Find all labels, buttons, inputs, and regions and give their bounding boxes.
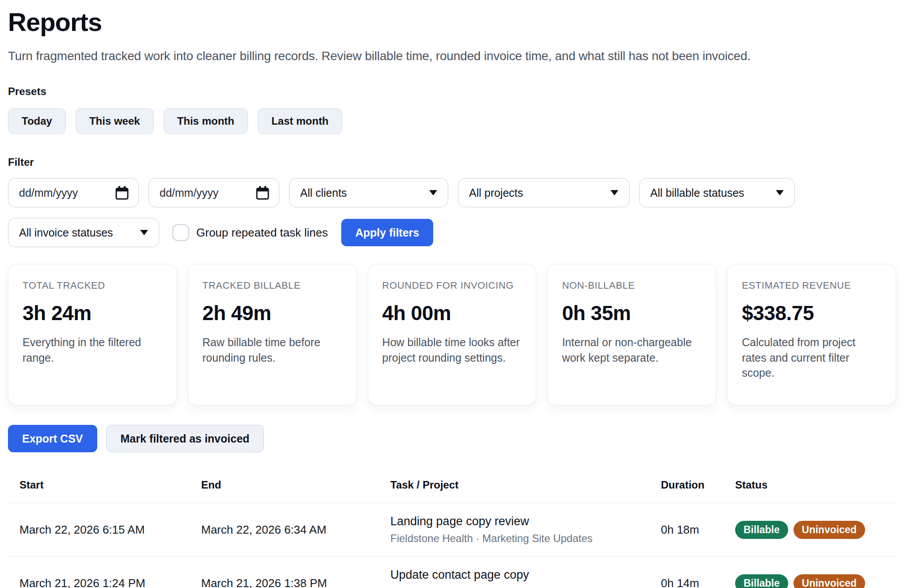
cell-task-project: Update contact page copyFieldstone Healt…: [390, 557, 661, 588]
card-total-tracked: TOTAL TRACKED 3h 24m Everything in the f…: [8, 264, 177, 405]
summary-cards: TOTAL TRACKED 3h 24m Everything in the f…: [8, 264, 896, 405]
column-header-duration: Duration: [661, 469, 735, 503]
status-badges: BillableUninvoiced: [735, 521, 865, 539]
group-tasks-checkbox[interactable]: [172, 224, 189, 241]
card-label: TOTAL TRACKED: [23, 279, 162, 292]
invoice-status-select-value: All invoice statuses: [19, 226, 113, 239]
mark-invoiced-button[interactable]: Mark filtered as invoiced: [106, 425, 264, 452]
card-value: 4h 00m: [382, 302, 522, 325]
status-badge: Uninvoiced: [793, 574, 865, 588]
report-table-body: March 22, 2026 6:15 AMMarch 22, 2026 6:3…: [8, 503, 896, 588]
end-date-input[interactable]: dd/mm/yyyy: [149, 178, 279, 207]
card-description: Raw billable time before rounding rules.: [202, 335, 342, 365]
column-header-start: Start: [8, 469, 201, 503]
table-row: March 21, 2026 1:24 PMMarch 21, 2026 1:3…: [8, 557, 896, 588]
filter-row-1: dd/mm/yyyy dd/mm/yyyy All clients All pr…: [8, 178, 896, 207]
cell-start: March 21, 2026 1:24 PM: [8, 557, 201, 588]
actions-row: Export CSV Mark filtered as invoiced: [8, 425, 896, 452]
project-select[interactable]: All projects: [458, 178, 629, 207]
task-name: Landing page copy review: [390, 515, 661, 528]
presets-label: Presets: [8, 85, 896, 98]
task-project: Fieldstone Health · Marketing Site Updat…: [390, 586, 661, 588]
card-description: Internal or non-chargeable work kept sep…: [562, 335, 702, 365]
column-header-status: Status: [735, 469, 896, 503]
card-value: 2h 49m: [202, 302, 342, 325]
page-subtitle: Turn fragmented tracked work into cleane…: [8, 49, 896, 63]
card-value: $338.75: [742, 302, 881, 325]
status-badge: Billable: [735, 574, 788, 588]
status-badges: BillableUninvoiced: [735, 574, 865, 588]
card-label: ROUNDED FOR INVOICING: [382, 279, 522, 292]
presets-row: Today This week This month Last month: [8, 108, 896, 134]
card-non-billable: NON-BILLABLE 0h 35m Internal or non-char…: [547, 264, 716, 405]
cell-status: BillableUninvoiced: [735, 557, 896, 588]
task-project: Fieldstone Health · Marketing Site Updat…: [390, 532, 661, 545]
table-header-row: Start End Task / Project Duration Status: [8, 469, 896, 503]
chevron-down-icon: [776, 190, 784, 195]
cell-end: March 22, 2026 6:34 AM: [201, 503, 390, 557]
cell-end: March 21, 2026 1:38 PM: [201, 557, 390, 588]
preset-this-month-button[interactable]: This month: [164, 108, 248, 134]
page-title: Reports: [8, 7, 896, 37]
card-description: Calculated from project rates and curren…: [742, 335, 881, 381]
apply-filters-button[interactable]: Apply filters: [341, 219, 433, 246]
column-header-end: End: [201, 469, 390, 503]
card-description: Everything in the filtered range.: [23, 335, 162, 365]
filter-row-2: All invoice statuses Group repeated task…: [8, 218, 896, 247]
preset-last-month-button[interactable]: Last month: [258, 108, 342, 134]
chevron-down-icon: [140, 230, 148, 235]
start-date-input[interactable]: dd/mm/yyyy: [8, 178, 139, 207]
client-select-value: All clients: [300, 187, 347, 199]
billable-status-select[interactable]: All billable statuses: [639, 178, 795, 207]
card-label: NON-BILLABLE: [562, 279, 702, 292]
card-value: 3h 24m: [23, 302, 162, 325]
status-badge: Billable: [735, 521, 788, 539]
status-badge: Uninvoiced: [793, 521, 865, 539]
preset-today-button[interactable]: Today: [8, 108, 66, 134]
table-row: March 22, 2026 6:15 AMMarch 22, 2026 6:3…: [8, 503, 896, 557]
cell-duration: 0h 18m: [661, 503, 735, 557]
export-csv-button[interactable]: Export CSV: [8, 425, 97, 452]
card-tracked-billable: TRACKED BILLABLE 2h 49m Raw billable tim…: [188, 264, 357, 405]
client-select[interactable]: All clients: [289, 178, 448, 207]
card-rounded-for-invoicing: ROUNDED FOR INVOICING 4h 00m How billabl…: [368, 264, 537, 405]
start-date-placeholder: dd/mm/yyyy: [19, 187, 78, 199]
billable-status-select-value: All billable statuses: [650, 187, 744, 199]
project-select-value: All projects: [469, 187, 523, 199]
chevron-down-icon: [610, 190, 618, 195]
card-value: 0h 35m: [562, 302, 702, 325]
card-label: ESTIMATED REVENUE: [742, 279, 881, 292]
cell-task-project: Landing page copy reviewFieldstone Healt…: [390, 503, 661, 557]
calendar-icon[interactable]: [256, 186, 269, 200]
filter-label: Filter: [8, 156, 896, 168]
invoice-status-select[interactable]: All invoice statuses: [8, 218, 159, 247]
column-header-task-project: Task / Project: [390, 469, 661, 503]
cell-duration: 0h 14m: [661, 557, 735, 588]
preset-this-week-button[interactable]: This week: [76, 108, 154, 134]
card-estimated-revenue: ESTIMATED REVENUE $338.75 Calculated fro…: [727, 264, 896, 405]
calendar-icon[interactable]: [115, 186, 129, 200]
card-description: How billable time looks after project ro…: [382, 335, 522, 365]
report-table: Start End Task / Project Duration Status…: [8, 469, 896, 588]
chevron-down-icon: [429, 190, 437, 195]
task-name: Update contact page copy: [390, 568, 661, 582]
end-date-placeholder: dd/mm/yyyy: [160, 187, 218, 199]
cell-start: March 22, 2026 6:15 AM: [8, 503, 201, 557]
group-tasks-checkbox-label: Group repeated task lines: [196, 226, 328, 240]
cell-status: BillableUninvoiced: [735, 503, 896, 557]
card-label: TRACKED BILLABLE: [202, 279, 342, 292]
